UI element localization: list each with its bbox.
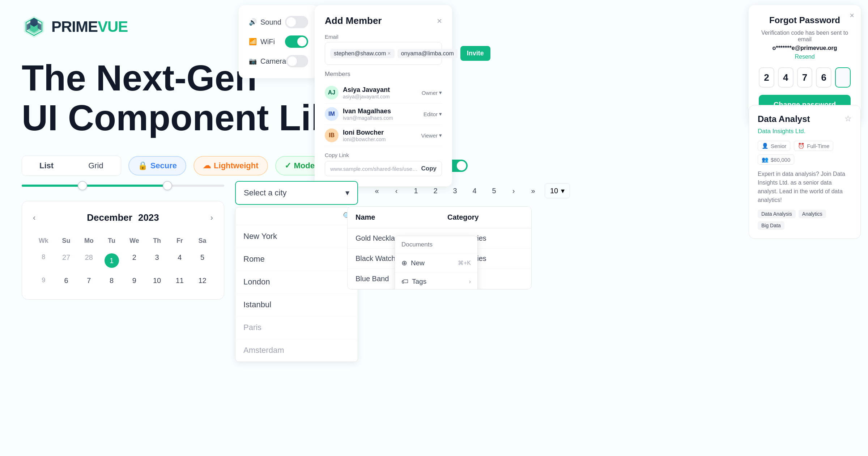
slider-thumb-right[interactable] [163, 181, 172, 190]
city-istanbul[interactable]: Istanbul [235, 294, 358, 316]
cal-day-28[interactable]: 28 [78, 250, 100, 271]
city-search-input[interactable] [241, 212, 339, 220]
grid-button[interactable]: Grid [71, 156, 121, 176]
page-3-button[interactable]: 3 [447, 183, 463, 199]
list-grid-toggle[interactable]: List Grid [22, 156, 121, 176]
member-role-1[interactable]: Owner ▾ [422, 89, 442, 96]
job-card-header: Data Analyst ☆ [758, 114, 852, 124]
ctx-tags-item[interactable]: 🏷 Tags › [395, 273, 477, 290]
chevron-down-icon: ▾ [345, 188, 349, 198]
city-rome[interactable]: Rome [235, 248, 358, 271]
member-info-2: IM Ivan Magalhaes ivan@magalhaes.com [325, 107, 393, 121]
wifi-setting: 📶 WiFi [249, 32, 308, 51]
page-4-button[interactable]: 4 [467, 183, 482, 199]
copy-link-url: www.sample.com/shared-files/user-660/d..… [330, 166, 418, 172]
calendar-title: December 2023 [87, 212, 159, 223]
logo: PRIMEVUE [22, 14, 128, 39]
cal-day-8[interactable]: 8 [101, 273, 122, 288]
job-badge-row: Data Analysis Analytics Big Data [758, 210, 852, 230]
city-select-button[interactable]: Select a city ▾ [235, 181, 358, 205]
ctx-new-shortcut: ⌘+K [458, 259, 471, 266]
city-new-york[interactable]: New York [235, 225, 358, 248]
clock-icon: ⏰ [798, 143, 805, 149]
job-badge-1: Data Analysis [758, 210, 796, 218]
slider-thumb-left[interactable] [78, 181, 87, 190]
page-first-button[interactable]: « [369, 183, 385, 199]
camera-setting: 📷 Camera [249, 51, 308, 71]
page-next-button[interactable]: › [506, 183, 522, 199]
city-search-row: 🔍 [235, 207, 358, 225]
range-slider[interactable] [22, 185, 224, 187]
sound-toggle[interactable] [285, 16, 308, 28]
cal-su-header: Su [56, 233, 77, 248]
forgot-subtitle: Verification code has been sent to email [759, 30, 851, 43]
city-paris[interactable]: Paris [235, 316, 358, 339]
forgot-close-button[interactable]: × [850, 11, 854, 20]
otp-box-3[interactable]: 7 [797, 67, 813, 88]
member-role-3[interactable]: Viewer ▾ [421, 132, 442, 139]
member-role-2[interactable]: Editor ▾ [424, 111, 442, 117]
resend-link[interactable]: Resend [759, 54, 851, 60]
camera-toggle[interactable] [286, 55, 308, 67]
otp-box-1[interactable]: 2 [759, 67, 774, 88]
cal-day-5[interactable]: 5 [192, 250, 213, 271]
job-tag-senior: 👤 Senior [758, 141, 790, 151]
city-amsterdam[interactable]: Amsterdam [235, 339, 358, 362]
page-1-button[interactable]: 1 [408, 183, 424, 199]
per-page-select[interactable]: 10 ▾ [545, 183, 570, 198]
cal-day-1[interactable]: 1 [101, 250, 122, 271]
copy-button[interactable]: Copy [421, 165, 437, 172]
cal-day-6[interactable]: 6 [56, 273, 77, 288]
settings-panel: 🔊 Sound 📶 WiFi 📷 Camera [239, 5, 318, 78]
cal-day-3[interactable]: 3 [146, 250, 168, 271]
page-last-button[interactable]: » [525, 183, 541, 199]
otp-box-4[interactable]: 6 [816, 67, 831, 88]
logo-vue-text: VUE [98, 18, 128, 35]
add-member-title: Add Member [325, 15, 382, 26]
cal-day-27[interactable]: 27 [56, 250, 77, 271]
cal-day-2[interactable]: 2 [124, 250, 145, 271]
list-button[interactable]: List [22, 156, 71, 176]
otp-box-5[interactable] [835, 67, 851, 88]
job-tag-salary: 👥 $80,000 [758, 155, 794, 165]
cal-day-7[interactable]: 7 [78, 273, 100, 288]
bookmark-icon[interactable]: ☆ [844, 114, 852, 123]
page-prev-button[interactable]: ‹ [388, 183, 404, 199]
add-member-panel: Add Member × Email stephen@shaw.com × on… [315, 5, 452, 186]
cal-day-4[interactable]: 4 [169, 250, 191, 271]
calendar: ‹ December 2023 › Wk Su Mo Tu We Th Fr S… [22, 201, 224, 300]
invite-button[interactable]: Invite [460, 46, 490, 61]
job-badge-2: Analytics [799, 210, 826, 218]
otp-input-row[interactable]: 2 4 7 6 [759, 67, 851, 88]
ctx-menu-header: Documents [395, 236, 477, 254]
copy-link-label: Copy Link [325, 152, 442, 158]
wifi-toggle[interactable] [285, 35, 308, 48]
avatar-1: AJ [325, 86, 339, 100]
job-description: Expert in data analysis? Join Data Insig… [758, 170, 852, 204]
add-member-close-button[interactable]: × [437, 16, 442, 26]
calendar-next-button[interactable]: › [210, 213, 213, 223]
email-tag-1: stephen@shaw.com × [330, 49, 395, 58]
city-dropdown[interactable]: Select a city ▾ 🔍 New York Rome London I… [235, 181, 358, 362]
copy-link-row: www.sample.com/shared-files/user-660/d..… [325, 161, 442, 176]
logo-icon [22, 14, 46, 39]
cal-day-9[interactable]: 9 [124, 273, 145, 288]
cal-th-header: Th [146, 233, 168, 248]
job-badge-3: Big Data [758, 221, 784, 230]
calendar-prev-button[interactable]: ‹ [33, 213, 35, 223]
lightweight-badge: ☁ Lightweight [193, 156, 268, 176]
pagination: « ‹ 1 2 3 4 5 › » 10 ▾ [369, 183, 570, 199]
cal-day-10[interactable]: 10 [146, 273, 168, 288]
plus-circle-icon: ⊕ [401, 259, 407, 267]
ctx-tags-label: Tags [412, 278, 426, 286]
page-2-button[interactable]: 2 [427, 183, 443, 199]
cal-day-11[interactable]: 11 [169, 273, 191, 288]
table-row-1: Gold Necklace Accessories Documents ⊕ Ne… [348, 228, 531, 249]
otp-box-2[interactable]: 4 [778, 67, 793, 88]
cal-day-12[interactable]: 12 [192, 273, 213, 288]
email-input-row[interactable]: stephen@shaw.com × onyama@limba.com Invi… [325, 42, 442, 65]
ctx-new-item[interactable]: ⊕ New ⌘+K [395, 254, 477, 272]
page-5-button[interactable]: 5 [486, 183, 502, 199]
city-london[interactable]: London [235, 271, 358, 294]
forgot-title: Forgot Password [759, 15, 851, 25]
